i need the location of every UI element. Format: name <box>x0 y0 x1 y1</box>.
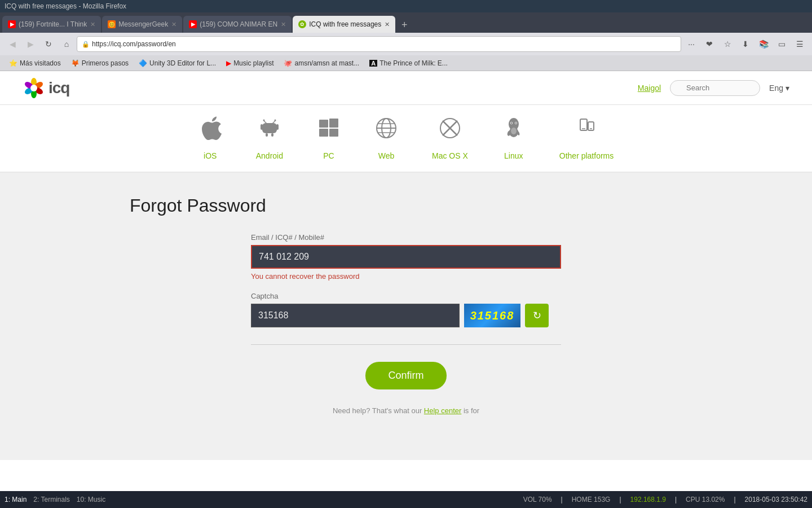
tab-1[interactable]: ▶ (159) Fortnite... I Think ✕ <box>2 16 101 33</box>
help-text-prefix: Need help? That's what our <box>333 406 424 415</box>
tab-bar: ▶ (159) Fortnite... I Think ✕ 😊 Messenge… <box>0 12 812 33</box>
icq-user-link[interactable]: Maigol <box>638 84 661 93</box>
tab-4[interactable]: ✿ ICQ with free messages ✕ <box>293 16 395 33</box>
platform-ios[interactable]: iOS <box>198 116 222 160</box>
bookmark-music[interactable]: ▶ Music playlist <box>222 58 278 68</box>
taskbar-item-music[interactable]: 10: Music <box>77 496 105 503</box>
tab-2[interactable]: 😊 MessengerGeek ✕ <box>102 16 182 33</box>
tab-2-close[interactable]: ✕ <box>171 21 176 28</box>
bookmark-unity[interactable]: 🔷 Unity 3D Editor for L... <box>134 58 220 68</box>
pocket-button[interactable]: ❤ <box>701 36 717 52</box>
sidebar-button[interactable]: ▭ <box>774 36 789 52</box>
svg-rect-9 <box>262 123 277 133</box>
svg-point-17 <box>274 120 276 121</box>
svg-rect-20 <box>319 129 328 137</box>
forgot-password-form: Email / ICQ# / Mobile# You cannot recove… <box>251 233 561 415</box>
taskbar-separator-1: | <box>561 496 563 503</box>
svg-rect-13 <box>271 133 273 137</box>
svg-rect-12 <box>266 133 268 137</box>
window-title: ICQ with free messages - Mozilla Firefox <box>5 2 126 10</box>
icq-lang-chevron-icon: ▾ <box>785 84 789 93</box>
bookmark-amsn[interactable]: 🐙 amsn/amsn at mast... <box>279 58 364 68</box>
nav-extra-buttons: ··· ❤ ☆ ⬇ 📚 ▭ ☰ <box>683 36 807 52</box>
platform-pc[interactable]: PC <box>317 116 341 160</box>
email-field-label: Email / ICQ# / Mobile# <box>251 233 561 242</box>
macosx-icon <box>438 116 462 146</box>
tab-2-favicon: 😊 <box>108 20 116 28</box>
svg-rect-19 <box>329 119 338 128</box>
nav-bar: ◀ ▶ ↻ ⌂ 🔒 https://icq.com/password/en ··… <box>0 33 812 55</box>
icq-search-input[interactable] <box>670 80 760 96</box>
home-button[interactable]: ⌂ <box>59 36 74 52</box>
url-text: https://icq.com/password/en <box>92 40 676 48</box>
taskbar-time: 2018-05-03 23:50:42 <box>745 496 807 503</box>
help-center-link[interactable]: Help center <box>424 406 461 415</box>
bookmark-mas-visitados-icon: ⭐ <box>9 59 17 67</box>
menu-button[interactable]: ☰ <box>792 36 807 52</box>
bookmark-prince[interactable]: A The Prince of Milk: E... <box>365 58 452 68</box>
svg-point-34 <box>511 122 512 124</box>
tab-1-close[interactable]: ✕ <box>90 21 95 28</box>
library-button[interactable]: 📚 <box>756 36 771 52</box>
android-icon <box>258 116 281 146</box>
platform-macosx[interactable]: Mac OS X <box>432 116 468 160</box>
tab-3[interactable]: ▶ (159) COMO ANIMAR EN ✕ <box>183 16 292 33</box>
bookmark-primeros-pasos[interactable]: 🦊 Primeros pasos <box>67 58 133 68</box>
apple-icon <box>198 116 222 146</box>
tab-4-label: ICQ with free messages <box>309 20 381 28</box>
more-button[interactable]: ··· <box>683 36 699 52</box>
captcha-refresh-button[interactable]: ↻ <box>525 304 549 327</box>
back-button[interactable]: ◀ <box>5 36 20 52</box>
platform-web[interactable]: Web <box>374 116 398 160</box>
forgot-password-title: Forgot Password <box>0 195 812 216</box>
captcha-input[interactable] <box>251 304 460 327</box>
captcha-label: Captcha <box>251 292 561 300</box>
tab-4-close[interactable]: ✕ <box>385 21 390 28</box>
new-tab-button[interactable]: + <box>396 17 412 33</box>
platform-macosx-label: Mac OS X <box>432 151 468 160</box>
taskbar-item-terminals[interactable]: 2: Terminals <box>33 496 69 503</box>
title-bar: ICQ with free messages - Mozilla Firefox <box>0 0 812 12</box>
svg-point-6 <box>30 85 37 91</box>
captcha-row: 315168 ↻ <box>251 304 561 327</box>
reload-button[interactable]: ↻ <box>41 36 56 52</box>
confirm-button[interactable]: Confirm <box>365 362 446 389</box>
bookmark-star-button[interactable]: ☆ <box>720 36 735 52</box>
globe-icon <box>374 116 398 146</box>
platform-other-label: Other platforms <box>559 151 614 160</box>
tab-4-favicon: ✿ <box>298 20 306 28</box>
taskbar-right: VOL 70% | HOME 153G | 192.168.1.9 | CPU … <box>523 496 807 503</box>
icq-logo: icq <box>23 77 69 99</box>
bookmark-primeros-pasos-label: Primeros pasos <box>82 59 129 67</box>
download-button[interactable]: ⬇ <box>738 36 753 52</box>
platform-android[interactable]: Android <box>256 116 283 160</box>
icq-page: icq Maigol 🔍 Eng ▾ <box>0 71 812 491</box>
help-text: Need help? That's what our Help center i… <box>251 406 561 415</box>
icq-logo-text: icq <box>48 79 69 97</box>
bookmark-unity-icon: 🔷 <box>139 59 147 67</box>
taskbar: 1: Main 2: Terminals 10: Music VOL 70% |… <box>0 491 812 508</box>
svg-rect-18 <box>319 120 328 128</box>
taskbar-vol: VOL 70% <box>523 496 552 503</box>
bookmark-mas-visitados[interactable]: ⭐ Más visitados <box>5 58 65 68</box>
tab-3-close[interactable]: ✕ <box>281 21 286 28</box>
platform-linux[interactable]: Linux <box>502 116 526 160</box>
svg-rect-10 <box>261 124 263 130</box>
svg-point-35 <box>515 122 517 124</box>
url-bar[interactable]: 🔒 https://icq.com/password/en <box>77 36 681 52</box>
forward-button[interactable]: ▶ <box>23 36 38 52</box>
lock-icon: 🔒 <box>82 41 90 48</box>
email-icq-input[interactable] <box>251 245 561 269</box>
taskbar-items: 1: Main 2: Terminals 10: Music <box>5 496 514 503</box>
taskbar-separator-2: | <box>619 496 621 503</box>
taskbar-item-main[interactable]: 1: Main <box>5 496 27 503</box>
bookmark-prince-icon: A <box>369 60 377 67</box>
tab-3-label: (159) COMO ANIMAR EN <box>200 20 277 28</box>
bookmark-music-icon: ▶ <box>226 59 231 67</box>
icq-header: icq Maigol 🔍 Eng ▾ <box>0 71 812 105</box>
bookmark-prince-label: The Prince of Milk: E... <box>379 59 448 67</box>
platform-other[interactable]: Other platforms <box>559 116 614 160</box>
bookmark-mas-visitados-label: Más visitados <box>20 59 61 67</box>
taskbar-home: HOME 153G <box>572 496 611 503</box>
icq-language-selector[interactable]: Eng ▾ <box>769 84 789 93</box>
